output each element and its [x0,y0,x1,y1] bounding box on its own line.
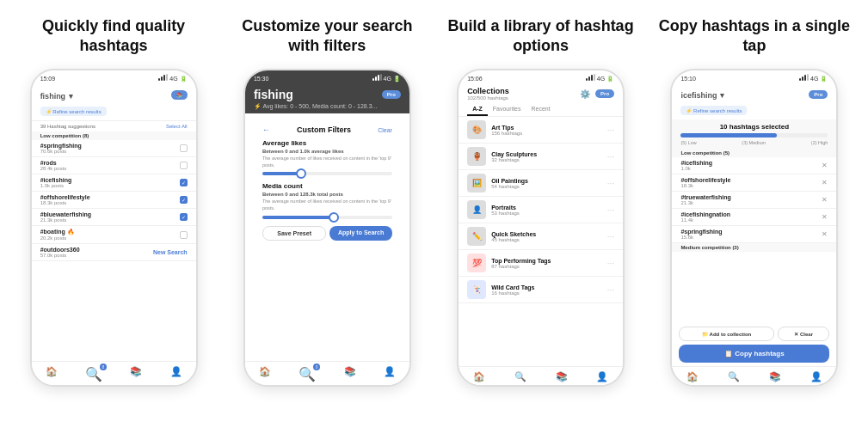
p3-more-icon[interactable]: ··· [607,179,614,188]
p1-search-term[interactable]: fishing ▾ [40,88,73,101]
p1-nav-profile-icon[interactable]: 👤 [170,366,182,382]
p1-checkbox-4[interactable]: ✓ [180,196,188,204]
p2-back-btn[interactable]: ← [262,125,270,134]
list-item[interactable]: #icefishing1.0k ✕ [672,157,836,174]
p2-modal-header: ← Custom Filters Clear [262,125,392,134]
p1-checkbox-1[interactable] [180,144,188,152]
p4-section-label: Low competition (5) [672,149,836,157]
p4-refine-btn[interactable]: ⚡ Refine search results [680,106,747,115]
list-item[interactable]: #bluewaterfishing21.3k posts ✓ [32,209,196,226]
list-item[interactable]: #outdoors36057.0k posts New Search [32,244,196,261]
p3-more-icon[interactable]: ··· [607,205,614,215]
p4-remove-4-btn[interactable]: ✕ [822,213,828,221]
p2-slider1[interactable] [262,172,392,175]
p2-nav-collections-icon[interactable]: 📚 [344,366,356,382]
list-item[interactable]: #icefishingnation11.4k ✕ [672,209,836,226]
p1-select-all-btn[interactable]: Select All [166,124,188,129]
p1-statusbar: 15:09 4G 🔋 [32,70,196,84]
p4-nav-home-icon[interactable]: 🏠 [686,371,699,382]
p4-copy-hashtags-btn[interactable]: 📋 Copy hashtags [679,345,829,363]
p2-save-preset-btn[interactable]: Save Preset [262,226,327,241]
p3-gear-icon[interactable]: ⚙️ [580,89,590,99]
p4-selected-bar: 10 hashtags selected (5) Low (3) Medium … [672,119,836,149]
list-item[interactable]: 🃏 Wild Card Tags16 hashtags ··· [459,277,623,303]
p1-time: 15:09 [40,76,56,82]
p1-checkbox-5[interactable]: ✓ [180,213,188,221]
p1-pro-button[interactable]: 📚 [171,90,188,100]
p3-more-icon[interactable]: ··· [607,125,614,135]
p4-add-to-collection-btn[interactable]: 📁 Add to collection [679,327,774,341]
p3-network: 4G 🔋 [586,74,614,82]
p1-suggestion-count: 39 Hashtag suggestions [40,124,95,129]
p1-new-search-btn[interactable]: New Search [153,249,188,255]
p4-header: icefishing ▾ Pro ⚡ Refine search results [672,84,836,119]
tab-recent[interactable]: Recent [526,103,555,116]
p3-thumb-portraits: 👤 [467,200,486,219]
p3-nav-search-icon[interactable]: 🔍 [514,371,526,382]
list-item[interactable]: #icefishing1.0k posts ✓ [32,174,196,192]
list-item[interactable]: ✏️ Quick Sketches45 hashtags ··· [459,223,623,250]
list-item[interactable]: #springfishing15.6k ✕ [672,226,836,243]
p2-network: 4G 🔋 [372,74,401,82]
p2-modal-title: Custom Filters [297,125,351,134]
list-item[interactable]: #offshorelifestyle18.3k ✕ [672,174,836,192]
p3-pro-btn[interactable]: Pro [595,89,614,98]
list-item[interactable]: #rods28.4k posts [32,157,196,174]
p1-checkbox-3[interactable]: ✓ [180,179,188,186]
tab-favourites[interactable]: Favourites [488,103,526,116]
p2-pro-button[interactable]: Pro [382,90,401,99]
p4-footer-row: 📁 Add to collection ✕ Clear [679,327,829,341]
tab-az[interactable]: A-Z [467,103,488,116]
panel-custom-filters: Customize your search with filters 15:30… [220,14,434,432]
p4-clear-btn[interactable]: ✕ Clear [778,327,829,341]
p4-hashtag-list: #icefishing1.0k ✕ #offshorelifestyle18.3… [672,157,836,323]
p3-nav-collections-icon[interactable]: 📚 [556,371,568,382]
list-item[interactable]: 🖼️ Oil Paintings54 hashtags ··· [459,170,623,197]
p2-clear-btn[interactable]: Clear [378,127,392,133]
p4-nav-search-icon[interactable]: 🔍 [728,371,740,382]
p3-more-icon[interactable]: ··· [607,152,614,162]
p2-slider2[interactable] [262,216,392,219]
p1-checkbox-2[interactable] [180,162,188,169]
p2-nav-search[interactable]: 🔍 0 [299,366,316,382]
list-item[interactable]: #truewaterfishing21.3k ✕ [672,192,836,209]
p2-nav-profile-icon[interactable]: 👤 [384,366,396,382]
p1-nav-collections-icon[interactable]: 📚 [130,366,142,382]
p4-search-term[interactable]: icefishing ▾ [680,88,724,101]
p3-nav-profile-icon[interactable]: 👤 [596,371,608,382]
p2-signal-icon [372,74,382,81]
p2-nav-home-icon[interactable]: 🏠 [259,366,271,382]
list-item[interactable]: #springfishing70.6k posts [32,140,196,157]
p4-remove-2-btn[interactable]: ✕ [822,179,828,186]
list-item[interactable]: 🏺 Clay Sculptures32 hashtags ··· [459,144,623,170]
p2-search-term[interactable]: fishing Pro [254,88,401,101]
p1-nav-search[interactable]: 🔍 8 [85,366,102,382]
p3-statusbar: 15:06 4G 🔋 [459,70,623,84]
p3-more-icon[interactable]: ··· [607,232,614,241]
list-item[interactable]: 💯 Top Performing Tags87 hashtags ··· [459,250,623,277]
p4-time: 15:10 [680,76,696,82]
p4-remove-5-btn[interactable]: ✕ [822,230,828,238]
p1-checkbox-6[interactable] [180,231,188,239]
p3-nav-home-icon[interactable]: 🏠 [473,371,485,382]
p3-collection-title: Collections [467,87,509,95]
p4-search-row: icefishing ▾ Pro [680,88,828,101]
list-item[interactable]: 🎨 Art Tips156 hashtags ··· [459,117,623,144]
p4-nav-collections-icon[interactable]: 📚 [769,371,781,382]
p3-more-icon[interactable]: ··· [607,285,614,295]
phone-1: 15:09 4G 🔋 fishing ▾ 📚 ⚡ Refine search r… [30,69,198,387]
p3-more-icon[interactable]: ··· [607,259,614,268]
p1-nav-home-icon[interactable]: 🏠 [46,366,58,382]
p4-nav-profile-icon[interactable]: 👤 [810,371,822,382]
list-item[interactable]: #offshorelifestyle18.3k posts ✓ [32,192,196,209]
list-item[interactable]: #boating 🔥20.2k posts [32,226,196,244]
p1-refine-btn[interactable]: ⚡ Refine search results [40,107,107,116]
p1-suggestions-row: 39 Hashtag suggestions Select All [32,121,196,131]
p4-pro-btn[interactable]: Pro [809,90,828,99]
p2-apply-btn[interactable]: Apply to Search [329,226,392,241]
p4-remove-1-btn[interactable]: ✕ [822,162,828,169]
list-item[interactable]: 👤 Portraits53 hashtags ··· [459,197,623,223]
p1-section-label: Low competition (8) [32,131,196,140]
app-container: Quickly find quality hashtags 15:09 4G 🔋… [0,0,868,446]
p4-remove-3-btn[interactable]: ✕ [822,196,828,204]
